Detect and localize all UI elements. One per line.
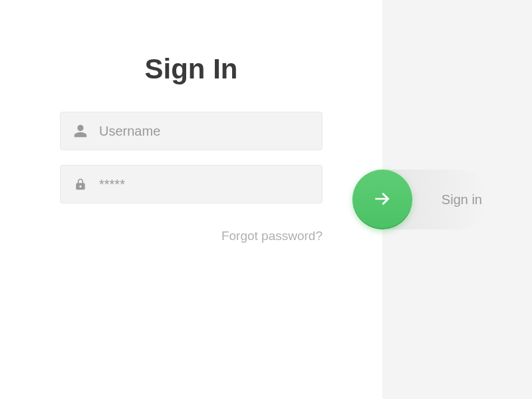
page-title: Sign In xyxy=(145,53,238,85)
password-input[interactable] xyxy=(99,177,310,192)
login-form: Forgot password? xyxy=(60,112,323,243)
arrow-right-icon xyxy=(372,188,393,211)
action-panel: Sign in xyxy=(382,0,532,399)
signin-slider[interactable]: Sign in xyxy=(352,170,489,229)
login-panel: Sign In Forgot password? xyxy=(0,0,382,399)
username-group[interactable] xyxy=(60,112,323,150)
signin-label: Sign in xyxy=(442,192,482,207)
username-input[interactable] xyxy=(99,124,310,139)
lock-icon xyxy=(72,176,88,192)
forgot-password-link[interactable]: Forgot password? xyxy=(221,229,323,243)
password-group[interactable] xyxy=(60,165,323,203)
user-icon xyxy=(72,123,88,139)
signin-button[interactable] xyxy=(352,170,412,229)
